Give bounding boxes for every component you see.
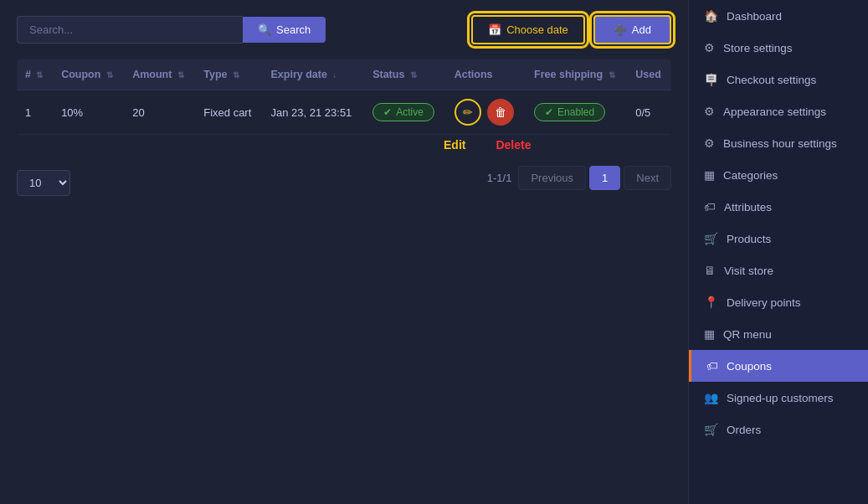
- sort-icon-coupon: ⇅: [106, 70, 113, 80]
- sidebar-label-products: Products: [727, 233, 771, 245]
- cell-expiry: Jan 23, 21 23:51: [262, 90, 364, 135]
- sidebar-icon-categories: ▦: [704, 168, 715, 182]
- sidebar-icon-dashboard: 🏠: [704, 9, 718, 23]
- sidebar-icon-signed-up-customers: 👥: [704, 391, 718, 404]
- sidebar-item-attributes[interactable]: 🏷 Attributes: [689, 191, 868, 223]
- sidebar-label-attributes: Attributes: [724, 201, 772, 213]
- add-button[interactable]: ➕ Add: [593, 15, 671, 44]
- sidebar-label-categories: Categories: [723, 169, 778, 182]
- sidebar-item-store-settings[interactable]: ⚙ Store settings: [689, 32, 868, 64]
- enabled-check-icon: ✔: [545, 106, 553, 118]
- sidebar-icon-attributes: 🏷: [704, 200, 716, 213]
- sidebar-label-visit-store: Visit store: [724, 265, 773, 277]
- col-coupon: Coupon ⇅: [53, 59, 124, 90]
- cell-type: Fixed cart: [195, 90, 262, 135]
- page-1-button[interactable]: 1: [589, 166, 620, 190]
- sidebar-label-business-hour-settings: Business hour settings: [723, 137, 837, 150]
- sidebar-item-categories[interactable]: ▦ Categories: [689, 159, 868, 191]
- sidebar-item-business-hour-settings[interactable]: ⚙ Business hour settings: [689, 127, 868, 159]
- top-right-actions: 📅 Choose date ➕ Add: [471, 15, 671, 44]
- previous-page-button[interactable]: Previous: [518, 166, 586, 190]
- search-button[interactable]: 🔍 Search: [243, 17, 326, 43]
- sort-icon-type: ⇅: [233, 70, 239, 80]
- cell-amount: 20: [124, 90, 195, 135]
- col-amount: Amount ⇅: [124, 59, 195, 90]
- plus-icon: ➕: [614, 23, 627, 36]
- delete-button[interactable]: 🗑: [487, 99, 514, 126]
- sidebar-label-orders: Orders: [727, 424, 761, 436]
- edit-action-label: Edit: [444, 138, 465, 152]
- sidebar-item-delivery-points[interactable]: 📍 Delivery points: [689, 286, 868, 318]
- sidebar-icon-delivery-points: 📍: [704, 296, 718, 309]
- free-shipping-badge: ✔ Enabled: [534, 103, 605, 121]
- table-header-row: # ⇅ Coupon ⇅ Amount ⇅ Type ⇅ Expiry date…: [17, 59, 671, 90]
- sidebar-icon-qr-menu: ▦: [704, 327, 715, 341]
- sidebar-item-coupons[interactable]: 🏷 Coupons: [689, 350, 868, 382]
- cell-status: ✔ Active: [364, 90, 446, 135]
- sidebar-item-appearance-settings[interactable]: ⚙ Appearance settings: [689, 95, 868, 127]
- sidebar-icon-products: 🛒: [704, 232, 718, 245]
- sidebar-icon-appearance-settings: ⚙: [704, 105, 715, 118]
- col-actions: Actions: [446, 59, 526, 90]
- sort-icon-shipping: ⇅: [609, 70, 615, 80]
- next-page-button[interactable]: Next: [624, 166, 671, 190]
- sidebar-item-visit-store[interactable]: 🖥 Visit store: [689, 255, 868, 286]
- status-badge: ✔ Active: [372, 103, 434, 121]
- sidebar-item-qr-menu[interactable]: ▦ QR menu: [689, 318, 868, 350]
- sidebar-item-orders[interactable]: 🛒 Orders: [689, 414, 868, 445]
- cell-coupon: 10%: [53, 90, 124, 135]
- sidebar-icon-checkout-settings: 🪧: [704, 73, 718, 86]
- sidebar-icon-orders: 🛒: [704, 423, 718, 436]
- pagination-buttons: Previous 1 Next: [518, 166, 671, 190]
- col-used: Used: [627, 59, 671, 90]
- sidebar: 🏠 Dashboard ⚙ Store settings 🪧 Checkout …: [688, 0, 868, 504]
- sidebar-label-delivery-points: Delivery points: [727, 296, 801, 309]
- col-status: Status ⇅: [364, 59, 446, 90]
- table-row: 1 10% 20 Fixed cart Jan 23, 21 23:51 ✔ A…: [17, 90, 671, 135]
- edit-button[interactable]: ✏: [455, 99, 481, 126]
- sidebar-icon-visit-store: 🖥: [704, 264, 716, 277]
- cell-actions: ✏ 🗑: [446, 90, 526, 135]
- sidebar-label-signed-up-customers: Signed-up customers: [727, 392, 834, 404]
- sort-icon-amount: ⇅: [177, 70, 184, 80]
- pagination-info: 1-1/1: [487, 172, 512, 184]
- sort-icon-status: ⇅: [410, 70, 417, 80]
- sidebar-label-dashboard: Dashboard: [727, 10, 782, 23]
- sidebar-label-store-settings: Store settings: [723, 42, 793, 54]
- topbar: 🔍 Search 📅 Choose date ➕ Add: [17, 15, 671, 44]
- sidebar-item-checkout-settings[interactable]: 🪧 Checkout settings: [689, 64, 868, 95]
- search-area: 🔍 Search: [17, 16, 326, 44]
- col-expiry: Expiry date ↓: [262, 59, 364, 90]
- calendar-icon: 📅: [488, 23, 501, 36]
- sidebar-item-products[interactable]: 🛒 Products: [689, 223, 868, 255]
- col-id: # ⇅: [17, 59, 53, 90]
- sort-icon-id: ⇅: [36, 70, 43, 80]
- action-labels-row: Edit Delete: [444, 135, 671, 152]
- coupons-table-container: # ⇅ Coupon ⇅ Amount ⇅ Type ⇅ Expiry date…: [17, 59, 671, 135]
- delete-action-label: Delete: [496, 138, 531, 152]
- sidebar-icon-coupons: 🏷: [706, 359, 718, 373]
- sidebar-label-appearance-settings: Appearance settings: [723, 105, 826, 118]
- cell-free-shipping: ✔ Enabled: [526, 90, 627, 135]
- sidebar-icon-store-settings: ⚙: [704, 41, 715, 54]
- search-icon: 🔍: [258, 23, 271, 36]
- sidebar-item-signed-up-customers[interactable]: 👥 Signed-up customers: [689, 382, 868, 414]
- sidebar-label-checkout-settings: Checkout settings: [727, 74, 816, 86]
- sidebar-icon-business-hour-settings: ⚙: [704, 136, 715, 150]
- choose-date-button[interactable]: 📅 Choose date: [471, 15, 585, 44]
- bottom-controls: 10 25 50 100 1-1/1 Previous 1 Next: [17, 160, 671, 196]
- search-input[interactable]: [17, 16, 243, 44]
- coupons-table: # ⇅ Coupon ⇅ Amount ⇅ Type ⇅ Expiry date…: [17, 59, 671, 135]
- sidebar-label-coupons: Coupons: [727, 360, 772, 373]
- main-content: 🔍 Search 📅 Choose date ➕ Add # ⇅ Coupon …: [0, 0, 688, 504]
- sidebar-item-dashboard[interactable]: 🏠 Dashboard: [689, 0, 868, 32]
- sidebar-label-qr-menu: QR menu: [723, 328, 772, 341]
- col-free-shipping: Free shipping ⇅: [526, 59, 627, 90]
- col-type: Type ⇅: [195, 59, 262, 90]
- cell-id: 1: [17, 90, 53, 135]
- status-check-icon: ✔: [383, 106, 392, 118]
- sort-icon-expiry: ↓: [332, 70, 336, 80]
- page-size-select[interactable]: 10 25 50 100: [17, 170, 70, 196]
- cell-used: 0/5: [627, 90, 671, 135]
